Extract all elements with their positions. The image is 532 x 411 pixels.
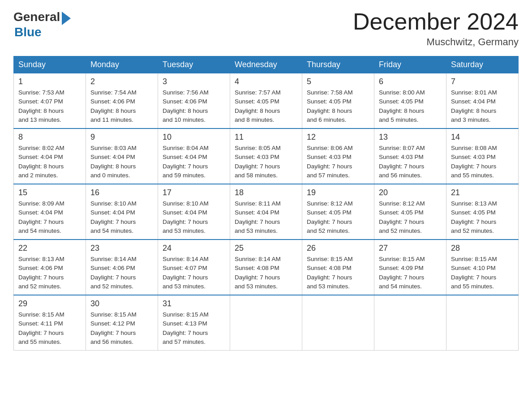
col-header-monday: Monday [86, 56, 158, 73]
day-info: Sunrise: 7:54 AMSunset: 4:06 PMDaylight:… [90, 89, 137, 123]
day-number: 6 [379, 77, 442, 86]
calendar-cell: 11 Sunrise: 8:05 AMSunset: 4:03 PMDaylig… [230, 128, 302, 184]
calendar-cell: 15 Sunrise: 8:09 AMSunset: 4:04 PMDaylig… [14, 184, 86, 240]
day-number: 7 [451, 77, 514, 86]
day-info: Sunrise: 8:15 AMSunset: 4:10 PMDaylight:… [451, 256, 497, 290]
day-number: 15 [18, 188, 81, 197]
calendar-cell [374, 295, 446, 351]
calendar-cell: 6 Sunrise: 8:00 AMSunset: 4:05 PMDayligh… [374, 73, 446, 129]
day-number: 19 [307, 188, 369, 197]
day-info: Sunrise: 8:00 AMSunset: 4:05 PMDaylight:… [379, 89, 425, 123]
day-number: 28 [451, 244, 514, 253]
day-info: Sunrise: 8:03 AMSunset: 4:04 PMDaylight:… [90, 145, 137, 179]
calendar-cell: 28 Sunrise: 8:15 AMSunset: 4:10 PMDaylig… [446, 240, 519, 295]
calendar-cell: 18 Sunrise: 8:11 AMSunset: 4:04 PMDaylig… [230, 184, 302, 240]
calendar-cell: 29 Sunrise: 8:15 AMSunset: 4:11 PMDaylig… [14, 295, 86, 351]
calendar-cell: 7 Sunrise: 8:01 AMSunset: 4:04 PMDayligh… [446, 73, 519, 129]
calendar-cell: 21 Sunrise: 8:13 AMSunset: 4:05 PMDaylig… [446, 184, 519, 240]
col-header-wednesday: Wednesday [230, 56, 302, 73]
day-number: 13 [379, 133, 442, 142]
day-number: 25 [235, 244, 297, 253]
calendar-cell: 27 Sunrise: 8:15 AMSunset: 4:09 PMDaylig… [374, 240, 446, 295]
day-number: 12 [307, 133, 369, 142]
day-info: Sunrise: 8:05 AMSunset: 4:03 PMDaylight:… [235, 145, 281, 179]
calendar-cell: 20 Sunrise: 8:12 AMSunset: 4:05 PMDaylig… [374, 184, 446, 240]
logo-arrow-icon [62, 12, 71, 25]
calendar-cell: 9 Sunrise: 8:03 AMSunset: 4:04 PMDayligh… [86, 128, 158, 184]
day-number: 24 [163, 244, 225, 253]
day-info: Sunrise: 8:15 AMSunset: 4:13 PMDaylight:… [163, 311, 209, 345]
day-info: Sunrise: 8:09 AMSunset: 4:04 PMDaylight:… [18, 200, 64, 234]
calendar-cell: 12 Sunrise: 8:06 AMSunset: 4:03 PMDaylig… [302, 128, 374, 184]
calendar-cell: 1 Sunrise: 7:53 AMSunset: 4:07 PMDayligh… [14, 73, 86, 129]
day-number: 18 [235, 188, 297, 197]
day-number: 9 [90, 133, 153, 142]
day-number: 31 [163, 299, 225, 308]
calendar-week-1: 1 Sunrise: 7:53 AMSunset: 4:07 PMDayligh… [14, 73, 519, 129]
day-info: Sunrise: 8:15 AMSunset: 4:09 PMDaylight:… [379, 256, 425, 290]
day-number: 21 [451, 188, 514, 197]
day-info: Sunrise: 8:08 AMSunset: 4:03 PMDaylight:… [451, 145, 497, 179]
calendar-cell [230, 295, 302, 351]
calendar-week-3: 15 Sunrise: 8:09 AMSunset: 4:04 PMDaylig… [14, 184, 519, 240]
day-info: Sunrise: 8:15 AMSunset: 4:11 PMDaylight:… [18, 311, 64, 345]
calendar-cell: 22 Sunrise: 8:13 AMSunset: 4:06 PMDaylig… [14, 240, 86, 295]
calendar-cell: 4 Sunrise: 7:57 AMSunset: 4:05 PMDayligh… [230, 73, 302, 129]
day-number: 10 [163, 133, 225, 142]
calendar-cell [446, 295, 519, 351]
logo-blue-text: Blue [14, 25, 71, 39]
calendar-cell: 24 Sunrise: 8:14 AMSunset: 4:07 PMDaylig… [158, 240, 230, 295]
day-info: Sunrise: 8:01 AMSunset: 4:04 PMDaylight:… [451, 89, 497, 123]
calendar-week-2: 8 Sunrise: 8:02 AMSunset: 4:04 PMDayligh… [14, 128, 519, 184]
logo-general-text: General [13, 10, 60, 24]
calendar-cell: 5 Sunrise: 7:58 AMSunset: 4:05 PMDayligh… [302, 73, 374, 129]
calendar-cell: 30 Sunrise: 8:15 AMSunset: 4:12 PMDaylig… [86, 295, 158, 351]
title-block: December 2024 Muschwitz, Germany [353, 9, 519, 48]
col-header-sunday: Sunday [14, 56, 86, 73]
col-header-friday: Friday [374, 56, 446, 73]
calendar-cell: 23 Sunrise: 8:14 AMSunset: 4:06 PMDaylig… [86, 240, 158, 295]
day-info: Sunrise: 8:10 AMSunset: 4:04 PMDaylight:… [163, 200, 209, 234]
day-number: 11 [235, 133, 297, 142]
calendar-cell: 26 Sunrise: 8:15 AMSunset: 4:08 PMDaylig… [302, 240, 374, 295]
day-info: Sunrise: 7:53 AMSunset: 4:07 PMDaylight:… [18, 89, 64, 123]
day-number: 3 [163, 77, 225, 86]
header-row: SundayMondayTuesdayWednesdayThursdayFrid… [14, 56, 519, 73]
day-number: 14 [451, 133, 514, 142]
day-number: 30 [90, 299, 153, 308]
day-info: Sunrise: 8:14 AMSunset: 4:07 PMDaylight:… [163, 256, 209, 290]
day-number: 29 [18, 299, 81, 308]
calendar-cell: 2 Sunrise: 7:54 AMSunset: 4:06 PMDayligh… [86, 73, 158, 129]
day-info: Sunrise: 8:10 AMSunset: 4:04 PMDaylight:… [90, 200, 137, 234]
day-info: Sunrise: 7:57 AMSunset: 4:05 PMDaylight:… [235, 89, 281, 123]
day-info: Sunrise: 8:11 AMSunset: 4:04 PMDaylight:… [235, 200, 281, 234]
day-info: Sunrise: 8:12 AMSunset: 4:05 PMDaylight:… [379, 200, 425, 234]
day-info: Sunrise: 8:15 AMSunset: 4:08 PMDaylight:… [307, 256, 353, 290]
day-number: 4 [235, 77, 297, 86]
calendar-cell: 13 Sunrise: 8:07 AMSunset: 4:03 PMDaylig… [374, 128, 446, 184]
calendar-cell: 14 Sunrise: 8:08 AMSunset: 4:03 PMDaylig… [446, 128, 519, 184]
day-info: Sunrise: 8:13 AMSunset: 4:05 PMDaylight:… [451, 200, 497, 234]
day-number: 22 [18, 244, 81, 253]
day-number: 5 [307, 77, 369, 86]
day-info: Sunrise: 7:56 AMSunset: 4:06 PMDaylight:… [163, 89, 209, 123]
day-number: 27 [379, 244, 442, 253]
day-info: Sunrise: 8:14 AMSunset: 4:08 PMDaylight:… [235, 256, 281, 290]
day-number: 8 [18, 133, 81, 142]
day-info: Sunrise: 7:58 AMSunset: 4:05 PMDaylight:… [307, 89, 353, 123]
col-header-thursday: Thursday [302, 56, 374, 73]
calendar-cell: 8 Sunrise: 8:02 AMSunset: 4:04 PMDayligh… [14, 128, 86, 184]
day-number: 17 [163, 188, 225, 197]
calendar-title: December 2024 [353, 9, 519, 34]
logo: General Blue [13, 9, 71, 39]
day-number: 1 [18, 77, 81, 86]
calendar-week-5: 29 Sunrise: 8:15 AMSunset: 4:11 PMDaylig… [14, 295, 519, 351]
calendar-cell: 25 Sunrise: 8:14 AMSunset: 4:08 PMDaylig… [230, 240, 302, 295]
day-info: Sunrise: 8:14 AMSunset: 4:06 PMDaylight:… [90, 256, 137, 290]
calendar-cell: 3 Sunrise: 7:56 AMSunset: 4:06 PMDayligh… [158, 73, 230, 129]
day-info: Sunrise: 8:15 AMSunset: 4:12 PMDaylight:… [90, 311, 137, 345]
col-header-tuesday: Tuesday [158, 56, 230, 73]
calendar-subtitle: Muschwitz, Germany [353, 36, 519, 48]
calendar-table: SundayMondayTuesdayWednesdayThursdayFrid… [13, 56, 519, 351]
day-number: 26 [307, 244, 369, 253]
